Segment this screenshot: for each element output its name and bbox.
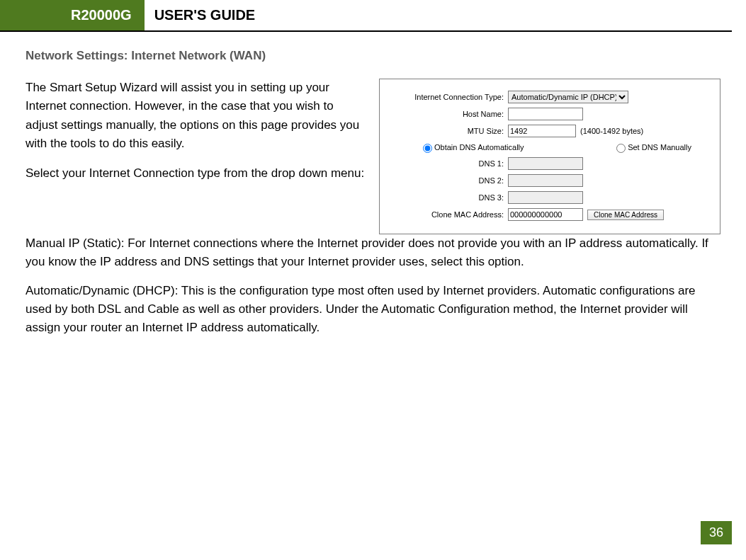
row-dns3: DNS 3:: [387, 191, 713, 204]
page-number-badge: 36: [701, 521, 732, 544]
dns1-input[interactable]: [508, 157, 583, 170]
host-name-input[interactable]: [508, 108, 583, 120]
clone-mac-input[interactable]: [508, 208, 583, 221]
body-paragraph-manual-ip: Manual IP (Static): For Internet connect…: [26, 234, 720, 272]
label-connection-type: Internet Connection Type:: [387, 93, 508, 101]
page-header: R20000G USER'S GUIDE: [0, 0, 732, 32]
clone-mac-button[interactable]: Clone MAC Address: [587, 210, 664, 220]
wan-settings-panel: Internet Connection Type: Automatic/Dyna…: [379, 79, 720, 234]
row-clone-mac: Clone MAC Address: Clone MAC Address: [387, 208, 713, 221]
label-clone-mac: Clone MAC Address:: [387, 210, 508, 219]
row-host-name: Host Name:: [387, 108, 713, 120]
row-dns2: DNS 2:: [387, 174, 713, 187]
connection-type-select[interactable]: Automatic/Dynamic IP (DHCP): [508, 91, 628, 103]
row-mtu: MTU Size: (1400-1492 bytes): [387, 125, 713, 137]
intro-paragraph-1: The Smart Setup Wizard will assist you i…: [26, 79, 366, 153]
label-dns2: DNS 2:: [387, 176, 508, 185]
dns2-input[interactable]: [508, 174, 583, 187]
page-content: Network Settings: Internet Network (WAN)…: [0, 32, 746, 338]
intro-and-panel-row: The Smart Setup Wizard will assist you i…: [26, 79, 720, 234]
label-host-name: Host Name:: [387, 110, 508, 118]
intro-paragraph-2: Select your Internet Connection type fro…: [26, 164, 366, 183]
row-dns-mode: Obtain DNS Automatically Set DNS Manuall…: [387, 142, 713, 153]
label-dns3: DNS 3:: [387, 193, 508, 202]
row-connection-type: Internet Connection Type: Automatic/Dyna…: [387, 91, 713, 103]
label-mtu: MTU Size:: [387, 127, 508, 135]
mtu-note: (1400-1492 bytes): [580, 127, 643, 135]
obtain-dns-radio[interactable]: [423, 144, 432, 153]
set-dns-radio[interactable]: [616, 144, 626, 153]
row-dns1: DNS 1:: [387, 157, 713, 170]
label-obtain-dns: Obtain DNS Automatically: [434, 143, 524, 152]
label-dns1: DNS 1:: [387, 159, 508, 168]
guide-title: USER'S GUIDE: [145, 0, 256, 30]
label-set-dns: Set DNS Manually: [628, 143, 691, 152]
model-badge: R20000G: [0, 0, 145, 30]
mtu-input[interactable]: [508, 125, 576, 137]
section-title: Network Settings: Internet Network (WAN): [26, 49, 720, 63]
intro-column: The Smart Setup Wizard will assist you i…: [26, 79, 366, 195]
body-text: Manual IP (Static): For Internet connect…: [26, 234, 720, 338]
dns3-input[interactable]: [508, 191, 583, 204]
body-paragraph-dhcp: Automatic/Dynamic (DHCP): This is the co…: [26, 282, 720, 338]
